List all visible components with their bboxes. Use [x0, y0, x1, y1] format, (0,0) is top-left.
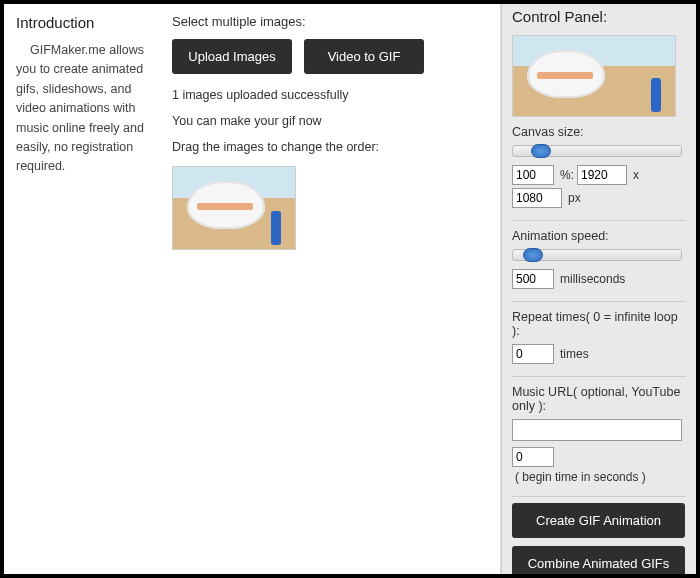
select-images-label: Select multiple images:	[172, 14, 486, 29]
upload-images-button[interactable]: Upload Images	[172, 39, 292, 74]
music-begin-time-input[interactable]	[512, 447, 554, 467]
animation-speed-input[interactable]	[512, 269, 554, 289]
slider-knob[interactable]	[531, 144, 551, 158]
px-unit: px	[568, 191, 581, 205]
animation-speed-slider[interactable]	[512, 249, 682, 261]
slider-knob[interactable]	[523, 248, 543, 262]
canvas-size-label: Canvas size:	[512, 125, 686, 139]
cloud-icon	[187, 181, 265, 229]
music-url-input[interactable]	[512, 419, 682, 441]
introduction-column: Introduction GIFMaker.me allows you to c…	[4, 4, 164, 574]
control-panel-heading: Control Panel:	[512, 8, 686, 25]
canvas-height-input[interactable]	[512, 188, 562, 208]
canvas-size-slider[interactable]	[512, 145, 682, 157]
repeat-times-label: Repeat times( 0 = infinite loop ):	[512, 310, 686, 338]
percent-unit: %:	[560, 168, 574, 182]
main-column: Select multiple images: Upload Images Vi…	[164, 4, 501, 574]
figure-icon	[651, 78, 661, 112]
x-separator: x	[633, 168, 639, 182]
canvas-width-input[interactable]	[577, 165, 627, 185]
milliseconds-unit: milliseconds	[560, 272, 625, 286]
create-gif-button[interactable]: Create GIF Animation	[512, 503, 685, 538]
introduction-heading: Introduction	[16, 14, 156, 31]
action-buttons: Create GIF Animation Combine Animated GI…	[512, 503, 686, 574]
animation-speed-section: Animation speed: milliseconds	[512, 221, 686, 302]
introduction-text: GIFMaker.me allows you to create animate…	[16, 41, 156, 177]
upload-success-message: 1 images uploaded successfully	[172, 88, 486, 102]
music-url-label: Music URL( optional, YouTube only ):	[512, 385, 686, 413]
video-to-gif-button[interactable]: Video to GIF	[304, 39, 424, 74]
begin-time-unit: ( begin time in seconds )	[515, 470, 646, 484]
control-panel: Control Panel: Canvas size: %: x px Anim…	[501, 4, 696, 574]
uploaded-image-thumbnail[interactable]	[172, 166, 296, 250]
animation-speed-label: Animation speed:	[512, 229, 686, 243]
repeat-times-section: Repeat times( 0 = infinite loop ): times	[512, 302, 686, 377]
times-unit: times	[560, 347, 589, 361]
figure-icon	[271, 211, 281, 245]
canvas-size-section: Canvas size: %: x px	[512, 117, 686, 221]
repeat-times-input[interactable]	[512, 344, 554, 364]
cloud-icon	[527, 50, 605, 98]
upload-button-row: Upload Images Video to GIF	[172, 39, 486, 74]
combine-gifs-button[interactable]: Combine Animated GIFs	[512, 546, 685, 574]
make-gif-message: You can make your gif now	[172, 114, 486, 128]
preview-thumbnail	[512, 35, 676, 117]
canvas-percent-input[interactable]	[512, 165, 554, 185]
drag-order-message: Drag the images to change the order:	[172, 140, 486, 154]
music-url-section: Music URL( optional, YouTube only ): ( b…	[512, 377, 686, 497]
